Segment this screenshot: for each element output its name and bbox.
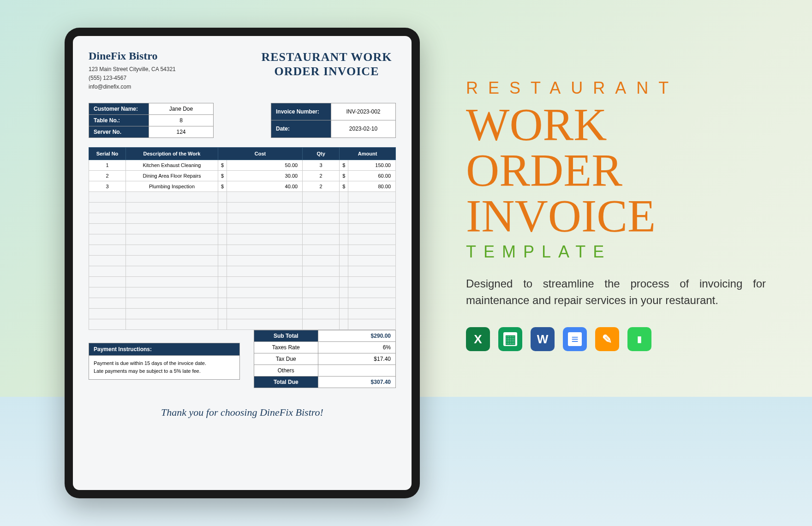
invoice-number-value: INV-2023-002: [331, 103, 396, 120]
others-value: [318, 365, 395, 376]
document-screen: DineFix Bistro 123 Main Street Cityville…: [73, 36, 412, 490]
document-title: Restaurant Work Order Invoice: [257, 50, 396, 92]
promo-description: Designed to streamline the process of in…: [466, 275, 766, 309]
app-icons-row: X ▦ W ≡ ✎ ▮: [466, 327, 766, 351]
customer-name-label: Customer Name:: [89, 103, 149, 114]
bottom-row: Payment Instructions: Payment is due wit…: [89, 330, 396, 388]
company-phone: (555) 123-4567: [89, 74, 257, 83]
table-row-empty: [89, 223, 396, 234]
others-label: Others: [254, 365, 318, 376]
payment-block: Payment Instructions: Payment is due wit…: [89, 343, 240, 380]
header-row: DineFix Bistro 123 Main Street Cityville…: [89, 50, 396, 92]
table-row: 2Dining Area Floor Repairs$30.002$60.00: [89, 170, 396, 181]
info-row: Customer Name:Jane Doe Table No.:8 Serve…: [89, 103, 396, 138]
company-email: info@dinefix.com: [89, 83, 257, 91]
doc-title-line2: Order Invoice: [257, 64, 396, 78]
table-row-empty: [89, 213, 396, 223]
company-block: DineFix Bistro 123 Main Street Cityville…: [89, 50, 257, 92]
sheets-icon: ▦: [498, 327, 522, 351]
col-serial: Serial No: [89, 147, 126, 160]
table-row-empty: [89, 308, 396, 319]
tablet-frame: DineFix Bistro 123 Main Street Cityville…: [65, 28, 420, 498]
payment-line2: Late payments may be subject to a 5% lat…: [94, 367, 235, 376]
customer-table: Customer Name:Jane Doe Table No.:8 Serve…: [89, 103, 214, 138]
table-row-empty: [89, 266, 396, 276]
totals-table: Sub Total$290.00 Taxes Rate6% Tax Due$17…: [254, 330, 396, 388]
taxrate-label: Taxes Rate: [254, 341, 318, 353]
word-icon: W: [531, 327, 555, 351]
col-amount: Amount: [340, 147, 396, 160]
promo-panel: RESTAURANT WORK ORDER INVOICE TEMPLATE D…: [466, 78, 766, 351]
table-row-empty: [89, 287, 396, 298]
excel-icon: X: [466, 327, 490, 351]
table-row-empty: [89, 319, 396, 329]
col-qty: Qty: [303, 147, 340, 160]
table-row-empty: [89, 298, 396, 308]
company-address: 123 Main Street Cityville, CA 54321: [89, 65, 257, 74]
invoice-date-label: Date:: [271, 120, 331, 138]
col-cost: Cost: [218, 147, 303, 160]
pages-icon: ✎: [595, 327, 619, 351]
thank-you-message: Thank you for choosing DineFix Bistro!: [89, 406, 396, 418]
table-row-empty: [89, 234, 396, 245]
table-row: 1Kitchen Exhaust Cleaning$50.003$150.00: [89, 160, 396, 170]
promo-invoice: INVOICE: [466, 194, 766, 238]
promo-restaurant: RESTAURANT: [466, 78, 766, 98]
doc-title-line1: Restaurant Work: [257, 50, 396, 64]
promo-template: TEMPLATE: [466, 242, 766, 262]
invoice-date-value: 2023-02-10: [331, 120, 396, 138]
numbers-icon: ▮: [627, 327, 651, 351]
subtotal-label: Sub Total: [254, 330, 318, 341]
table-row: 3Plumbing Inspection$40.002$80.00: [89, 181, 396, 191]
taxdue-value: $17.40: [318, 353, 395, 365]
table-row-empty: [89, 245, 396, 255]
table-row-empty: [89, 191, 396, 202]
table-no-label: Table No.:: [89, 114, 149, 126]
totaldue-value: $307.40: [318, 376, 395, 388]
invoice-meta-table: Invoice Number:INV-2023-002 Date:2023-02…: [271, 103, 396, 138]
server-no-label: Server No.: [89, 126, 149, 137]
taxrate-value: 6%: [318, 341, 395, 353]
customer-name-value: Jane Doe: [149, 103, 214, 114]
subtotal-value: $290.00: [318, 330, 395, 341]
payment-body: Payment is due within 15 days of the inv…: [89, 356, 240, 380]
table-row-empty: [89, 255, 396, 266]
payment-line1: Payment is due within 15 days of the inv…: [94, 359, 235, 368]
docs-icon: ≡: [563, 327, 587, 351]
table-row-empty: [89, 202, 396, 213]
col-desc: Description of the Work: [126, 147, 218, 160]
table-row-empty: [89, 276, 396, 287]
payment-header: Payment Instructions:: [89, 343, 240, 356]
taxdue-label: Tax Due: [254, 353, 318, 365]
totaldue-label: Total Due: [254, 376, 318, 388]
promo-work: WORK: [466, 102, 766, 146]
server-no-value: 124: [149, 126, 214, 137]
company-name: DineFix Bistro: [89, 50, 257, 62]
table-no-value: 8: [149, 114, 214, 126]
promo-order: ORDER: [466, 148, 766, 192]
invoice-number-label: Invoice Number:: [271, 103, 331, 120]
work-order-table: Serial No Description of the Work Cost Q…: [89, 147, 396, 330]
